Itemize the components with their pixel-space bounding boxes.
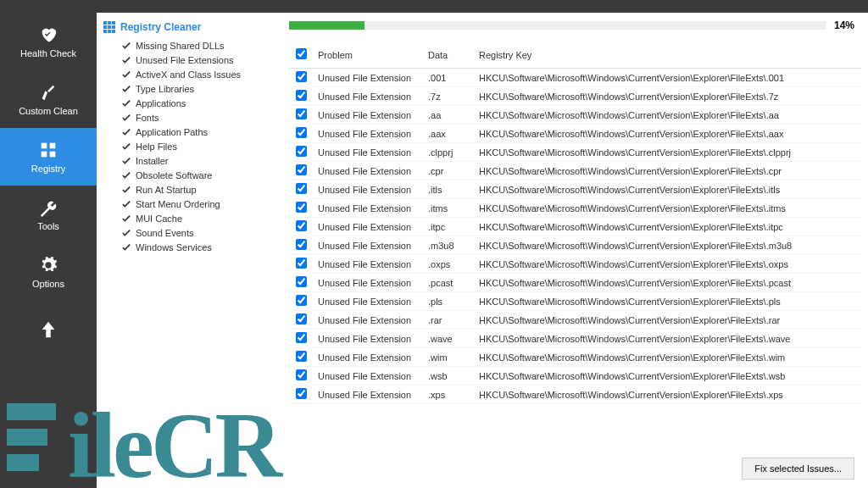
sidebar-item-label: Options [32,279,64,289]
wrench-icon [38,197,58,218]
row-problem: Unused File Extension [313,274,423,292]
check-icon [122,214,131,223]
category-item[interactable]: ActiveX and Class Issues [122,67,275,81]
table-row[interactable]: Unused File Extension.oxpsHKCU\Software\… [289,255,861,274]
row-checkbox[interactable] [296,332,307,343]
category-item[interactable]: Missing Shared DLLs [122,38,275,53]
sidebar-item-health-check[interactable]: Health Check [0,13,97,70]
row-key: HKCU\Software\Microsoft\Windows\CurrentV… [474,143,861,162]
category-item-label: MUI Cache [136,214,182,224]
row-key: HKCU\Software\Microsoft\Windows\CurrentV… [474,274,861,292]
category-item-label: Obsolete Software [136,170,213,180]
sidebar-item-label: Health Check [20,48,76,58]
row-data: .wsb [423,367,474,385]
table-header-problem[interactable]: Problem [313,42,423,69]
row-problem: Unused File Extension [313,348,423,367]
table-row[interactable]: Unused File Extension.7zHKCU\Software\Mi… [289,87,861,106]
row-checkbox[interactable] [296,90,307,101]
fix-issues-button[interactable]: Fix selected Issues... [742,458,854,480]
row-checkbox[interactable] [296,183,307,194]
titlebar [0,0,868,13]
row-checkbox[interactable] [296,108,307,119]
category-item[interactable]: Obsolete Software [122,168,275,182]
sidebar-item-options[interactable]: Options [0,243,97,301]
category-item[interactable]: Unused File Extensions [122,53,275,67]
results-table: Problem Data Registry Key Unused File Ex… [289,42,861,404]
check-icon [122,42,131,50]
row-key: HKCU\Software\Microsoft\Windows\CurrentV… [474,106,861,125]
table-row[interactable]: Unused File Extension.aaxHKCU\Software\M… [289,125,861,143]
category-item[interactable]: Fonts [122,110,275,125]
row-checkbox[interactable] [296,313,307,324]
category-item[interactable]: Start Menu Ordering [122,197,275,211]
table-row[interactable]: Unused File Extension.pcastHKCU\Software… [289,274,861,292]
table-row[interactable]: Unused File Extension.wimHKCU\Software\M… [289,348,861,367]
category-item-label: Run At Startup [136,185,197,195]
row-problem: Unused File Extension [313,236,423,255]
row-checkbox[interactable] [296,202,307,213]
table-row[interactable]: Unused File Extension.m3u8HKCU\Software\… [289,236,861,255]
row-key: HKCU\Software\Microsoft\Windows\CurrentV… [474,162,861,180]
row-key: HKCU\Software\Microsoft\Windows\CurrentV… [474,218,861,236]
sidebar-item-upgrade[interactable] [0,301,97,358]
table-row[interactable]: Unused File Extension.itpcHKCU\Software\… [289,218,861,236]
row-checkbox[interactable] [296,295,307,306]
row-checkbox[interactable] [296,239,307,250]
table-header-key[interactable]: Registry Key [474,42,861,69]
category-item[interactable]: Help Files [122,139,275,153]
table-row[interactable]: Unused File Extension.xpsHKCU\Software\M… [289,385,861,404]
table-header-checkbox[interactable] [289,42,313,69]
row-checkbox[interactable] [296,276,307,287]
category-item[interactable]: Windows Services [122,240,275,254]
check-icon [122,128,131,136]
category-item[interactable]: Type Libraries [122,81,275,96]
category-item-label: Application Paths [136,127,208,137]
table-row[interactable]: Unused File Extension.001HKCU\Software\M… [289,69,861,87]
check-icon [122,186,131,194]
row-problem: Unused File Extension [313,199,423,218]
row-key: HKCU\Software\Microsoft\Windows\CurrentV… [474,255,861,274]
category-item[interactable]: MUI Cache [122,211,275,225]
check-icon [122,171,131,180]
row-key: HKCU\Software\Microsoft\Windows\CurrentV… [474,69,861,87]
row-checkbox[interactable] [296,351,307,362]
category-item[interactable]: Applications [122,96,275,110]
row-checkbox[interactable] [296,71,307,82]
sidebar-item-custom-clean[interactable]: Custom Clean [0,70,97,128]
row-checkbox[interactable] [296,258,307,269]
table-row[interactable]: Unused File Extension.itmsHKCU\Software\… [289,199,861,218]
row-checkbox[interactable] [296,127,307,138]
brush-icon [38,82,58,103]
table-row[interactable]: Unused File Extension.plsHKCU\Software\M… [289,292,861,311]
row-data: .m3u8 [423,236,474,255]
sidebar-item-registry[interactable]: Registry [0,128,97,186]
table-row[interactable]: Unused File Extension.aaHKCU\Software\Mi… [289,106,861,125]
row-checkbox[interactable] [296,164,307,175]
row-key: HKCU\Software\Microsoft\Windows\CurrentV… [474,236,861,255]
table-row[interactable]: Unused File Extension.itlsHKCU\Software\… [289,180,861,199]
row-problem: Unused File Extension [313,367,423,385]
check-icon [122,56,131,64]
row-problem: Unused File Extension [313,162,423,180]
category-item[interactable]: Application Paths [122,125,275,139]
table-row[interactable]: Unused File Extension.rarHKCU\Software\M… [289,311,861,330]
row-checkbox[interactable] [296,220,307,231]
progress-bar [289,21,826,30]
sidebar-item-tools[interactable]: Tools [0,186,97,243]
category-item[interactable]: Installer [122,153,275,168]
row-checkbox[interactable] [296,146,307,157]
heart-icon [38,25,58,45]
table-row[interactable]: Unused File Extension.wsbHKCU\Software\M… [289,367,861,385]
svg-rect-1 [50,143,56,149]
table-row[interactable]: Unused File Extension.clpprjHKCU\Softwar… [289,143,861,162]
category-item[interactable]: Run At Startup [122,182,275,197]
table-header-data[interactable]: Data [423,42,474,69]
row-checkbox[interactable] [296,388,307,399]
table-row[interactable]: Unused File Extension.waveHKCU\Software\… [289,330,861,348]
category-item-label: Installer [136,156,169,166]
row-checkbox[interactable] [296,369,307,380]
table-row[interactable]: Unused File Extension.cprHKCU\Software\M… [289,162,861,180]
check-icon [122,70,131,79]
category-item[interactable]: Sound Events [122,225,275,240]
select-all-checkbox[interactable] [296,48,307,59]
